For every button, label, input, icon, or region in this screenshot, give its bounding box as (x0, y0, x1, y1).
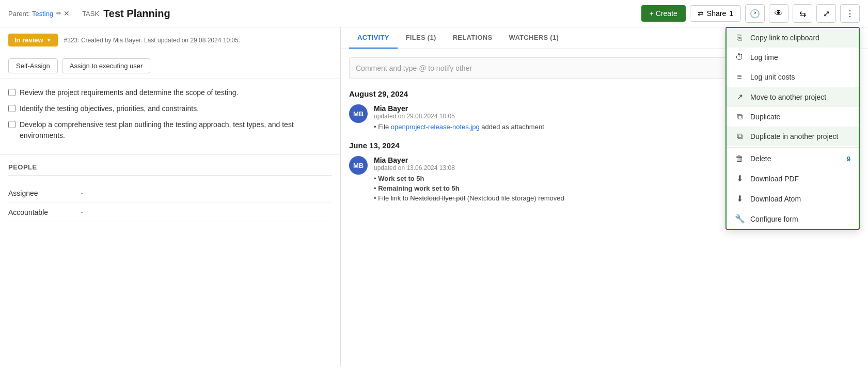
activity-user: Mia Bayer (374, 156, 408, 164)
share-button[interactable]: ⇄ Share 1 (690, 5, 741, 22)
more-menu-container: ⋮ ⎘Copy link to clipboard⏱Log time≡Log u… (840, 4, 860, 23)
checklist-item: Identify the testing objectives, priorit… (8, 103, 332, 114)
left-panel: In review ▼ #323: Created by Mia Bayer. … (0, 27, 341, 366)
dropdown-item-label: Download Atom (750, 195, 801, 203)
configure-form-icon: 🔧 (735, 214, 744, 224)
dropdown-item-copy-link[interactable]: ⎘Copy link to clipboard (727, 28, 859, 48)
copy-link-icon: ⎘ (735, 33, 744, 42)
download-pdf-icon: ⬇ (735, 174, 744, 183)
dropdown-item-move-project[interactable]: ↗Move to another project (727, 87, 859, 107)
breadcrumb-bar: Parent: Testing ✏ ✕ TASK Test Planning +… (0, 0, 868, 27)
move-project-icon: ↗ (735, 92, 744, 102)
dropdown-divider (727, 147, 859, 148)
strikethrough-text: Nextcloud flyer.pdf (410, 194, 465, 202)
header-actions: + Create ⇄ Share 1 🕐 👁 ⇆ ⤢ ⋮ ⎘Copy link … (641, 4, 860, 23)
checklist-area: Review the project requirements and dete… (0, 79, 340, 155)
dropdown-item-label: Move to another project (750, 93, 826, 101)
history-button[interactable]: 🕐 (745, 4, 765, 23)
parent-prefix: Parent: (8, 10, 30, 18)
checklist-text: Identify the testing objectives, priorit… (20, 103, 199, 114)
self-assign-button[interactable]: Self-Assign (8, 58, 58, 73)
delete-icon: 🗑 (735, 154, 744, 163)
dropdown-item-duplicate[interactable]: ⧉Duplicate (727, 107, 859, 127)
duplicate-icon: ⧉ (735, 112, 744, 121)
field-row: Assignee- (8, 184, 332, 203)
dropdown-item-label: Delete (750, 154, 771, 163)
people-section: PEOPLE Assignee-Accountable- (0, 155, 340, 230)
field-label: Accountable (8, 208, 81, 216)
log-unit-costs-icon: ≡ (735, 72, 744, 82)
create-button[interactable]: + Create (641, 5, 686, 22)
file-link[interactable]: openproject-release-notes.jpg (391, 123, 480, 131)
avatar: MB (349, 104, 368, 123)
field-label: Assignee (8, 189, 81, 197)
task-name: Test Planning (103, 8, 170, 20)
task-meta: #323: Created by Mia Bayer. Last updated… (64, 37, 241, 44)
dropdown-item-download-pdf[interactable]: ⬇Download PDF (727, 168, 859, 189)
share-label: Share (707, 9, 726, 18)
tab-relations[interactable]: RELATIONS (445, 27, 501, 49)
field-value: - (81, 208, 83, 216)
dropdown-item-delete[interactable]: 🗑Delete9 (727, 149, 859, 168)
field-value: - (81, 189, 83, 197)
checklist-checkbox[interactable] (8, 105, 15, 112)
status-arrow-icon: ▼ (46, 37, 52, 43)
avatar: MB (349, 156, 368, 175)
status-label: In review (14, 36, 43, 44)
dropdown-item-label: Log time (750, 53, 778, 61)
dropdown-item-duplicate-project[interactable]: ⧉Duplicate in another project (727, 127, 859, 146)
relations-button[interactable]: ⇆ (793, 4, 812, 23)
checklist-text: Review the project requirements and dete… (20, 87, 238, 98)
checklist-text: Develop a comprehensive test plan outlin… (20, 119, 332, 141)
share-count: 1 (729, 9, 733, 18)
people-section-title: PEOPLE (8, 163, 332, 176)
dropdown-item-label: Configure form (750, 215, 798, 223)
field-row: Accountable- (8, 203, 332, 222)
assign-executing-button[interactable]: Assign to executing user (62, 58, 151, 73)
checklist-item: Develop a comprehensive test plan outlin… (8, 119, 332, 141)
edit-parent-icon[interactable]: ✏ (56, 10, 61, 17)
tab-files1[interactable]: FILES (1) (398, 27, 445, 49)
download-atom-icon: ⬇ (735, 194, 744, 204)
dropdown-item-log-unit-costs[interactable]: ≡Log unit costs (727, 67, 859, 87)
share-icon: ⇄ (698, 9, 704, 18)
dropdown-item-label: Copy link to clipboard (750, 34, 819, 42)
dropdown-item-download-atom[interactable]: ⬇Download Atom (727, 189, 859, 209)
dropdown-item-label: Duplicate (750, 113, 780, 121)
dropdown-item-label: Log unit costs (750, 73, 795, 81)
tab-watchers1[interactable]: WATCHERS (1) (501, 27, 567, 49)
dropdown-item-log-time[interactable]: ⏱Log time (727, 48, 859, 67)
close-parent-icon[interactable]: ✕ (64, 9, 70, 18)
watch-button[interactable]: 👁 (769, 4, 788, 23)
checklist-item: Review the project requirements and dete… (8, 87, 332, 98)
more-button[interactable]: ⋮ (840, 4, 860, 23)
checklist-checkbox[interactable] (8, 121, 15, 128)
parent-link[interactable]: Testing (32, 10, 53, 18)
status-badge[interactable]: In review ▼ (8, 34, 58, 46)
dropdown-item-label: Download PDF (750, 175, 799, 183)
log-time-icon: ⏱ (735, 53, 744, 62)
task-title-area: TASK Test Planning (82, 8, 641, 20)
action-buttons: Self-Assign Assign to executing user (0, 53, 340, 79)
tab-activity[interactable]: ACTIVITY (349, 27, 398, 49)
task-label: TASK (82, 10, 99, 18)
activity-user: Mia Bayer (374, 104, 408, 113)
duplicate-project-icon: ⧉ (735, 132, 744, 141)
checklist-checkbox[interactable] (8, 89, 15, 96)
status-bar: In review ▼ #323: Created by Mia Bayer. … (0, 27, 340, 53)
dropdown-item-label: Duplicate in another project (750, 132, 838, 141)
more-dropdown-menu: ⎘Copy link to clipboard⏱Log time≡Log uni… (725, 27, 860, 230)
dropdown-item-badge: 9 (847, 155, 850, 163)
dropdown-item-configure-form[interactable]: 🔧Configure form (727, 209, 859, 229)
fullscreen-button[interactable]: ⤢ (816, 4, 836, 23)
